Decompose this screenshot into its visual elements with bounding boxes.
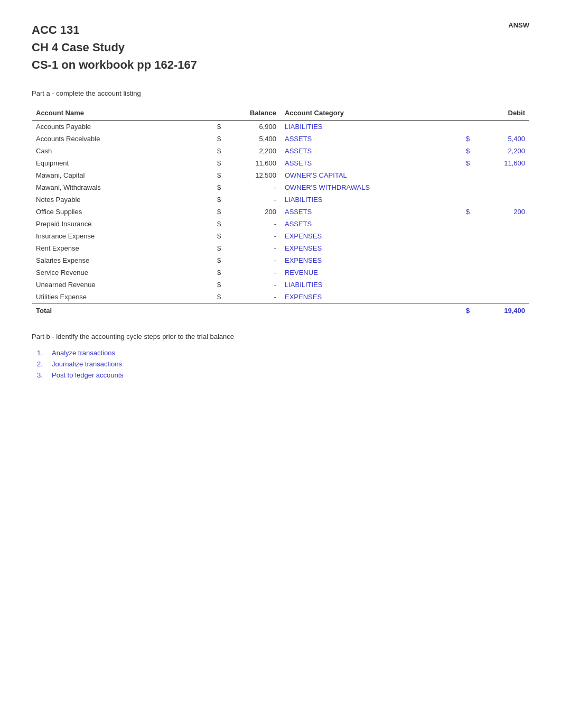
table-row: Utilities Expense$-EXPENSES bbox=[32, 291, 529, 303]
debit-dollar-cell bbox=[419, 266, 474, 279]
title-block: ACC 131 CH 4 Case Study CS-1 on workbook… bbox=[32, 21, 197, 73]
balance-cell: - bbox=[225, 279, 280, 291]
balance-cell: 12,500 bbox=[225, 169, 280, 181]
table-row: Mawani, Withdrawals$-OWNER'S WITHDRAWALS bbox=[32, 181, 529, 193]
table-row: Equipment$11,600ASSETS$11,600 bbox=[32, 157, 529, 169]
debit-value-cell: 5,400 bbox=[474, 133, 529, 145]
table-row: Prepaid Insurance$-ASSETS bbox=[32, 218, 529, 230]
dollar-sign-cell: $ bbox=[170, 193, 226, 206]
category-cell: LIABILITIES bbox=[280, 193, 419, 206]
debit-dollar-cell: $ bbox=[419, 157, 474, 169]
account-name-cell: Mawani, Withdrawals bbox=[32, 181, 170, 193]
balance-cell: - bbox=[225, 242, 280, 254]
table-row: Salaries Expense$-EXPENSES bbox=[32, 254, 529, 266]
debit-value-cell bbox=[474, 181, 529, 193]
dollar-sign-cell: $ bbox=[170, 242, 226, 254]
part-b-section: Part b - identify the accounting cycle s… bbox=[32, 333, 529, 379]
category-cell: OWNER'S CAPITAL bbox=[280, 169, 419, 181]
balance-cell: 2,200 bbox=[225, 145, 280, 157]
account-name-cell: Unearned Revenue bbox=[32, 279, 170, 291]
category-cell: ASSETS bbox=[280, 157, 419, 169]
dollar-sign-cell: $ bbox=[170, 266, 226, 279]
dollar-sign-cell: $ bbox=[170, 291, 226, 303]
category-cell: LIABILITIES bbox=[280, 121, 419, 133]
col-header-debit-val: Debit bbox=[474, 106, 529, 121]
dollar-sign-cell: $ bbox=[170, 206, 226, 218]
debit-value-cell bbox=[474, 291, 529, 303]
dollar-sign-cell: $ bbox=[170, 181, 226, 193]
debit-dollar-cell bbox=[419, 291, 474, 303]
total-row: Total$19,400 bbox=[32, 303, 529, 317]
debit-dollar-cell bbox=[419, 279, 474, 291]
category-cell: EXPENSES bbox=[280, 230, 419, 242]
account-name-cell: Office Supplies bbox=[32, 206, 170, 218]
dollar-sign-cell: $ bbox=[170, 133, 226, 145]
debit-value-cell bbox=[474, 193, 529, 206]
debit-value-cell: 2,200 bbox=[474, 145, 529, 157]
step-text: Analyze transactions bbox=[52, 349, 115, 357]
debit-value-cell bbox=[474, 242, 529, 254]
account-name-cell: Service Revenue bbox=[32, 266, 170, 279]
table-row: Office Supplies$200ASSETS$200 bbox=[32, 206, 529, 218]
category-cell: EXPENSES bbox=[280, 242, 419, 254]
debit-dollar-cell bbox=[419, 193, 474, 206]
account-name-cell: Mawani, Capital bbox=[32, 169, 170, 181]
dollar-sign-cell: $ bbox=[170, 157, 226, 169]
title-line1: ACC 131 bbox=[32, 21, 197, 39]
debit-dollar-cell bbox=[419, 230, 474, 242]
debit-dollar-cell bbox=[419, 218, 474, 230]
balance-cell: - bbox=[225, 291, 280, 303]
account-name-cell: Notes Payable bbox=[32, 193, 170, 206]
col-header-balance-val: Balance bbox=[225, 106, 280, 121]
table-row: Unearned Revenue$-LIABILITIES bbox=[32, 279, 529, 291]
table-row: Accounts Receivable$5,400ASSETS$5,400 bbox=[32, 133, 529, 145]
category-cell: ASSETS bbox=[280, 133, 419, 145]
dollar-sign-cell: $ bbox=[170, 254, 226, 266]
account-name-cell: Accounts Payable bbox=[32, 121, 170, 133]
col-header-category: Account Category bbox=[280, 106, 419, 121]
col-header-balance bbox=[170, 106, 226, 121]
debit-dollar-cell: $ bbox=[419, 133, 474, 145]
debit-value-cell bbox=[474, 121, 529, 133]
debit-value-cell: 11,600 bbox=[474, 157, 529, 169]
header: ACC 131 CH 4 Case Study CS-1 on workbook… bbox=[32, 21, 529, 73]
dollar-sign-cell: $ bbox=[170, 169, 226, 181]
total-label: Total bbox=[32, 303, 419, 317]
step-item: 3.Post to ledger accounts bbox=[37, 371, 529, 379]
balance-cell: 200 bbox=[225, 206, 280, 218]
account-name-cell: Utilities Expense bbox=[32, 291, 170, 303]
step-text: Journalize transactions bbox=[52, 360, 122, 368]
balance-cell: 11,600 bbox=[225, 157, 280, 169]
category-cell: ASSETS bbox=[280, 218, 419, 230]
title-line2: CH 4 Case Study bbox=[32, 39, 197, 56]
answ-label: ANSW bbox=[508, 21, 529, 29]
debit-dollar-cell bbox=[419, 242, 474, 254]
part-a-label: Part a - complete the account listing bbox=[32, 89, 529, 97]
debit-dollar-cell: $ bbox=[419, 145, 474, 157]
col-header-debit bbox=[419, 106, 474, 121]
dollar-sign-cell: $ bbox=[170, 218, 226, 230]
account-name-cell: Prepaid Insurance bbox=[32, 218, 170, 230]
step-item: 1.Analyze transactions bbox=[37, 349, 529, 357]
title-line3: CS-1 on workbook pp 162-167 bbox=[32, 56, 197, 73]
category-cell: LIABILITIES bbox=[280, 279, 419, 291]
step-list: 1.Analyze transactions2.Journalize trans… bbox=[32, 349, 529, 379]
step-number: 1. bbox=[37, 349, 48, 357]
part-b-label: Part b - identify the accounting cycle s… bbox=[32, 333, 529, 340]
balance-cell: - bbox=[225, 266, 280, 279]
debit-dollar-cell bbox=[419, 169, 474, 181]
debit-value-cell: 200 bbox=[474, 206, 529, 218]
step-item: 2.Journalize transactions bbox=[37, 360, 529, 368]
debit-value-cell bbox=[474, 218, 529, 230]
balance-cell: 5,400 bbox=[225, 133, 280, 145]
debit-value-cell bbox=[474, 279, 529, 291]
table-row: Insurance Expense$-EXPENSES bbox=[32, 230, 529, 242]
col-header-account: Account Name bbox=[32, 106, 170, 121]
category-cell: EXPENSES bbox=[280, 291, 419, 303]
step-number: 3. bbox=[37, 371, 48, 379]
step-text: Post to ledger accounts bbox=[52, 371, 124, 379]
account-name-cell: Rent Expense bbox=[32, 242, 170, 254]
total-dollar: $ bbox=[419, 303, 474, 317]
total-debit-value: 19,400 bbox=[474, 303, 529, 317]
step-number: 2. bbox=[37, 360, 48, 368]
